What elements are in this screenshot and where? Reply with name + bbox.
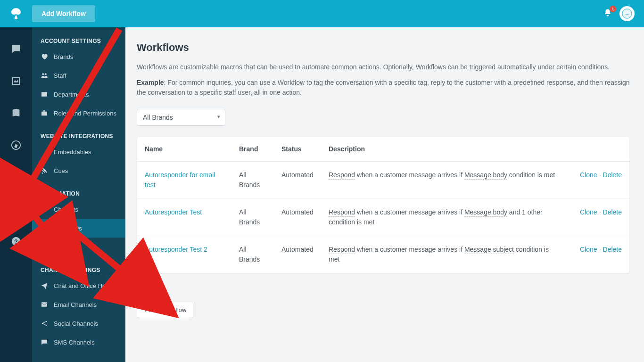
- sidebar-item-chatbots[interactable]: Chatbots: [32, 200, 125, 219]
- svg-rect-14: [45, 230, 47, 231]
- svg-rect-13: [41, 230, 43, 231]
- send-icon: [41, 282, 48, 289]
- sidebar-item-label: Brands: [54, 53, 73, 60]
- sidebar-item-intents[interactable]: Intents: [32, 238, 125, 256]
- gear-icon: [11, 204, 21, 214]
- bulb-icon: [41, 243, 48, 251]
- svg-rect-8: [41, 92, 47, 96]
- rail-help[interactable]: ?: [0, 232, 32, 251]
- rail-settings[interactable]: [0, 200, 32, 219]
- section-website-integrations: WEBSITE INTEGRATIONS: [32, 123, 125, 142]
- rail-knowledge[interactable]: [0, 104, 32, 123]
- sidebar-item-email-channels[interactable]: Email Channels: [32, 295, 125, 314]
- svg-point-17: [46, 321, 47, 322]
- settings-sidebar: ACCOUNT SETTINGS Brands Staff Department…: [32, 27, 125, 362]
- top-header: Add Workflow 1 ••••: [0, 0, 644, 27]
- table-row: Autoresponder Test 2All BrandsAutomatedR…: [137, 236, 629, 273]
- sidebar-item-label: Departments: [54, 91, 89, 98]
- sidebar-item-workflows[interactable]: Workflows: [32, 219, 125, 238]
- sidebar-item-brands[interactable]: Brands: [32, 47, 125, 66]
- sidebar-item-chat-hours[interactable]: Chat and Office Hours: [32, 276, 125, 295]
- col-actions: [568, 137, 629, 162]
- help-icon: ?: [11, 236, 21, 247]
- sidebar-item-staff[interactable]: Staff: [32, 66, 125, 85]
- sidebar-item-label: Roles and Permissions: [54, 110, 116, 117]
- sidebar-item-label: Social Channels: [54, 320, 98, 327]
- col-brand: Brand: [231, 137, 274, 162]
- delete-link[interactable]: Delete: [603, 246, 622, 253]
- cell-description: Respond when a customer message arrives …: [321, 236, 568, 273]
- rail-user[interactable]: [0, 168, 32, 187]
- cell-status: Automated: [274, 162, 321, 199]
- add-workflow-button[interactable]: + Add Workflow: [137, 302, 193, 318]
- svg-point-16: [42, 323, 43, 324]
- sidebar-item-social-channels[interactable]: Social Channels: [32, 314, 125, 333]
- sidebar-item-roles[interactable]: Roles and Permissions: [32, 104, 125, 123]
- svg-point-6: [42, 73, 44, 75]
- rss-icon: [41, 167, 48, 174]
- notification-count-badge: 1: [610, 6, 616, 12]
- bot-icon: [41, 206, 48, 213]
- col-description: Description: [321, 137, 568, 162]
- sidebar-item-sms-channels[interactable]: SMS Channels: [32, 333, 125, 352]
- compass-icon: [11, 140, 21, 150]
- svg-point-18: [46, 325, 47, 326]
- cell-brand: All Brands: [231, 162, 274, 199]
- svg-rect-9: [41, 112, 47, 116]
- delete-link[interactable]: Delete: [603, 208, 622, 216]
- workflow-name-link[interactable]: Autoresponder Test 2: [145, 246, 207, 253]
- logo[interactable]: [0, 7, 32, 20]
- intro-text: Workflows are customizable macros that c…: [137, 62, 630, 72]
- section-channel-settings: CHANNEL SETTINGS: [32, 256, 125, 276]
- wand-icon: [41, 148, 48, 156]
- cell-description: Respond when a customer message arrives …: [321, 199, 568, 236]
- user-icon: [11, 172, 21, 182]
- col-name: Name: [137, 137, 231, 162]
- section-automation: AUTOMATION: [32, 180, 125, 200]
- icon-nav-rail: ?: [0, 27, 32, 362]
- sidebar-item-label: SMS Channels: [54, 339, 95, 346]
- sidebar-item-departments[interactable]: Departments: [32, 85, 125, 104]
- rail-compass[interactable]: [0, 136, 32, 155]
- sms-icon: [41, 338, 48, 346]
- book-icon: [11, 108, 21, 118]
- workflow-name-link[interactable]: Autoresponder for email test: [145, 171, 215, 189]
- people-icon: [41, 72, 48, 79]
- svg-rect-10: [42, 208, 46, 212]
- clone-link[interactable]: Clone: [580, 246, 597, 253]
- workflow-name-link[interactable]: Autoresponder Test: [145, 208, 202, 216]
- avatar-icon: ••••: [622, 8, 632, 19]
- col-status: Status: [274, 137, 321, 162]
- svg-text:?: ?: [14, 238, 18, 245]
- sidebar-item-label: Embeddables: [54, 148, 91, 156]
- sidebar-item-cues[interactable]: Cues: [32, 161, 125, 180]
- sidebar-item-label: Intents: [54, 244, 72, 251]
- clone-link[interactable]: Clone: [580, 208, 597, 216]
- id-icon: [41, 90, 48, 98]
- delete-link[interactable]: Delete: [603, 171, 622, 179]
- page-title: Workflows: [137, 41, 630, 54]
- svg-point-7: [45, 73, 47, 75]
- rail-chat[interactable]: [0, 40, 32, 58]
- workflows-table: Name Brand Status Description Autorespon…: [137, 136, 630, 273]
- brand-filter-select[interactable]: All Brands: [137, 109, 225, 126]
- clone-link[interactable]: Clone: [580, 171, 597, 179]
- svg-rect-15: [41, 302, 47, 306]
- avatar[interactable]: ••••: [619, 6, 635, 21]
- sidebar-item-embeddables[interactable]: Embeddables: [32, 142, 125, 161]
- rail-analytics[interactable]: [0, 72, 32, 90]
- add-workflow-button-header[interactable]: Add Workflow: [32, 5, 95, 22]
- sidebar-item-label: Cues: [54, 167, 68, 174]
- example-text: Example: For common inquiries, you can u…: [137, 78, 630, 98]
- briefcase-icon: [41, 109, 48, 117]
- section-account-settings: ACCOUNT SETTINGS: [32, 27, 125, 47]
- sidebar-item-label: Chatbots: [54, 206, 78, 213]
- cell-brand: All Brands: [231, 199, 274, 236]
- chat-icon: [11, 44, 21, 54]
- cell-brand: All Brands: [231, 236, 274, 273]
- svg-rect-12: [43, 225, 45, 227]
- cell-status: Automated: [274, 199, 321, 236]
- notifications-button[interactable]: 1: [603, 8, 612, 19]
- cell-description: Respond when a customer message arrives …: [321, 162, 568, 199]
- sitemap-icon: [41, 224, 48, 232]
